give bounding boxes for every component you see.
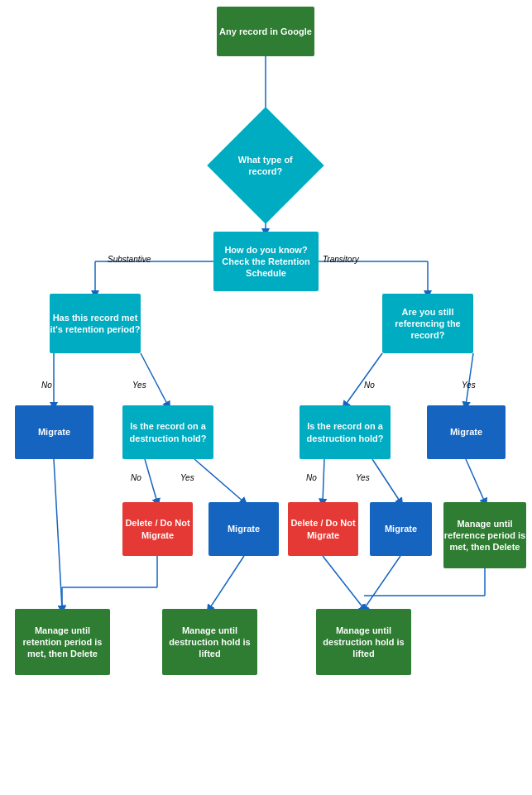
type-diamond-label: What type of record?	[224, 151, 307, 181]
svg-line-19	[209, 556, 244, 609]
destruct-hold-1-node: Is the record on a destruction hold?	[122, 405, 213, 459]
svg-line-8	[345, 353, 382, 405]
migrate-4-node: Migrate	[370, 502, 432, 556]
svg-line-14	[466, 459, 485, 502]
yes2-label: Yes	[462, 381, 476, 390]
manage-destruct-2-node: Manage until destruction hold is lifted	[316, 609, 411, 675]
start-label: Any record in Google	[219, 26, 312, 37]
manage-retain-label: Manage until retention period is met, th…	[15, 625, 110, 660]
start-node: Any record in Google	[217, 7, 314, 56]
svg-line-7	[141, 353, 168, 405]
yes4-label: Yes	[356, 473, 370, 482]
no1-label: No	[41, 381, 52, 390]
manage-ref-label: Manage until reference period is met, th…	[443, 518, 526, 553]
delete-1-label: Delete / Do Not Migrate	[122, 517, 193, 541]
svg-line-15	[54, 459, 62, 609]
substantive-label: Substantive	[108, 255, 151, 264]
migrate-4-label: Migrate	[385, 523, 417, 534]
manage-ref-node: Manage until reference period is met, th…	[443, 502, 526, 568]
svg-line-9	[466, 353, 473, 405]
destruct-hold-2-node: Is the record on a destruction hold?	[300, 405, 391, 459]
yes1-label: Yes	[132, 381, 146, 390]
svg-line-11	[194, 459, 244, 502]
migrate-2-node: Migrate	[427, 405, 506, 459]
substantive-q-label: Has this record met it's retention perio…	[50, 312, 141, 336]
yes3-label: Yes	[180, 473, 194, 482]
migrate-3-label: Migrate	[228, 523, 260, 534]
no4-label: No	[306, 473, 317, 482]
svg-line-21	[364, 556, 400, 609]
migrate-1-label: Migrate	[38, 426, 70, 438]
svg-line-10	[145, 459, 157, 502]
svg-line-20	[323, 556, 364, 609]
check-schedule-label: How do you know? Check the Retention Sch…	[213, 244, 319, 280]
migrate-3-node: Migrate	[208, 502, 279, 556]
transitory-q-node: Are you still referencing the record?	[382, 294, 473, 353]
destruct-hold-2-label: Is the record on a destruction hold?	[300, 420, 391, 444]
flowchart: Any record in Google What type of record…	[0, 0, 532, 795]
transitory-q-label: Are you still referencing the record?	[382, 306, 473, 342]
migrate-1-node: Migrate	[15, 405, 93, 459]
no2-label: No	[364, 381, 375, 390]
svg-line-13	[372, 459, 400, 502]
svg-line-12	[323, 459, 324, 502]
no3-label: No	[131, 473, 141, 482]
transitory-label: Transitory	[323, 255, 359, 264]
migrate-2-label: Migrate	[450, 426, 482, 438]
delete-1-node: Delete / Do Not Migrate	[122, 502, 193, 556]
delete-2-node: Delete / Do Not Migrate	[288, 502, 358, 556]
check-schedule-node: How do you know? Check the Retention Sch…	[213, 232, 319, 291]
manage-destruct-2-label: Manage until destruction hold is lifted	[316, 625, 411, 660]
type-diamond: What type of record?	[207, 107, 324, 223]
delete-2-label: Delete / Do Not Migrate	[288, 517, 358, 541]
destruct-hold-1-label: Is the record on a destruction hold?	[122, 420, 213, 444]
substantive-q-node: Has this record met it's retention perio…	[50, 294, 141, 353]
manage-retain-node: Manage until retention period is met, th…	[15, 609, 110, 675]
manage-destruct-1-label: Manage until destruction hold is lifted	[162, 625, 257, 660]
manage-destruct-1-node: Manage until destruction hold is lifted	[162, 609, 257, 675]
